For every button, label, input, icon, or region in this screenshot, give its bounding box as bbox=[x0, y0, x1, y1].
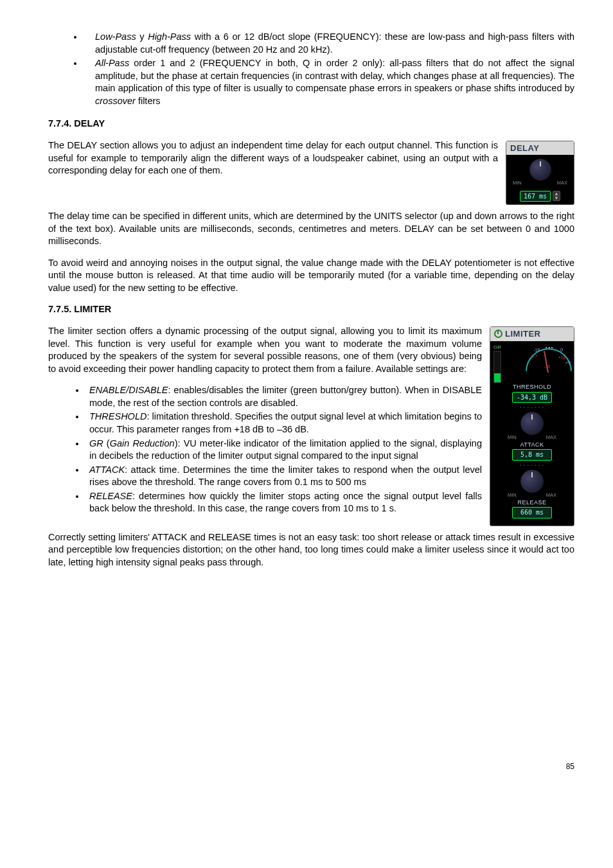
italic-term: crossover bbox=[95, 96, 136, 106]
setting-name: THRESHOLD bbox=[89, 411, 147, 421]
min-label: MIN bbox=[508, 492, 517, 499]
delay-knob[interactable] bbox=[529, 159, 551, 181]
attack-value[interactable]: 5,8 ms bbox=[512, 449, 552, 461]
delay-value[interactable]: 167 ms bbox=[520, 191, 551, 202]
gr-label: GR bbox=[493, 344, 501, 351]
text: order 1 and 2 (FREQUENCY in both, Q in o… bbox=[95, 58, 574, 93]
filter-type-list: Low-Pass y High-Pass with a 6 or 12 dB/o… bbox=[48, 31, 574, 107]
min-label: MIN bbox=[508, 434, 517, 441]
gauge-tick: -27 bbox=[531, 353, 537, 359]
limiter-panel: LIMITER GR -18 • • • 0 +9 -27 -36 bbox=[490, 326, 574, 526]
delay-paragraph-1: The DELAY section allows you to adjust a… bbox=[48, 139, 574, 177]
min-label: MIN bbox=[513, 180, 522, 186]
attack-knob[interactable] bbox=[520, 412, 544, 435]
setting-name: RELEASE bbox=[89, 491, 132, 501]
filter-name: All-Pass bbox=[95, 58, 129, 68]
text: filters bbox=[136, 96, 161, 106]
list-item: All-Pass order 1 and 2 (FREQUENCY in bot… bbox=[84, 57, 574, 107]
threshold-label: THRESHOLD bbox=[493, 383, 571, 391]
limiter-closing: Correctly setting limiters' ATTACK and R… bbox=[48, 531, 574, 569]
text: : determines how quickly the limiter sto… bbox=[89, 491, 482, 514]
release-label: RELEASE bbox=[493, 499, 571, 506]
text: : attack time. Determines the time the l… bbox=[89, 465, 482, 488]
spinner-down-icon[interactable]: ▼ bbox=[553, 196, 560, 200]
gauge-tick: -18 bbox=[533, 347, 540, 353]
max-label: MAX bbox=[546, 492, 556, 499]
text: : limitation threshold. Specifies the ou… bbox=[89, 411, 482, 434]
page-number: 85 bbox=[48, 761, 574, 772]
attack-label: ATTACK bbox=[493, 441, 571, 448]
release-knob[interactable] bbox=[520, 470, 544, 493]
setting-name: GR bbox=[89, 438, 103, 448]
section-heading-limiter: 7.7.5. LIMITER bbox=[48, 303, 574, 316]
filter-name: High-Pass bbox=[148, 31, 191, 42]
gauge-tick: +9 bbox=[565, 360, 571, 366]
gauge-tick: +18 bbox=[558, 355, 565, 360]
delay-panel: DELAY MIN MAX 167 ms ▲ ▼ bbox=[506, 141, 574, 205]
list-item: Low-Pass y High-Pass with a 6 or 12 dB/o… bbox=[84, 31, 574, 56]
max-label: MAX bbox=[557, 180, 567, 186]
units-spinner[interactable]: ▲ ▼ bbox=[553, 191, 560, 201]
delay-paragraph-3: To avoid weird and annoying noises in th… bbox=[48, 257, 574, 295]
setting-name: ATTACK bbox=[89, 465, 125, 475]
max-label: MAX bbox=[546, 434, 556, 441]
text: ( bbox=[103, 438, 110, 448]
setting-expansion: Gain Reduction bbox=[110, 438, 175, 448]
threshold-value[interactable]: -34,3 dB bbox=[512, 392, 552, 403]
threshold-gauge: -18 • • • 0 +9 -27 -36 +18 bbox=[524, 344, 571, 374]
delay-paragraph-2: The delay time can be specified in diffe… bbox=[48, 210, 574, 248]
power-icon[interactable] bbox=[494, 330, 502, 338]
text: y bbox=[136, 31, 148, 42]
setting-name: ENABLE/DISABLE bbox=[89, 385, 168, 395]
knob-range-labels: MIN MAX bbox=[509, 180, 571, 186]
delay-knob-area: MIN MAX bbox=[506, 155, 574, 189]
delay-panel-title: DELAY bbox=[506, 141, 574, 155]
limiter-panel-title: LIMITER bbox=[505, 328, 541, 340]
section-heading-delay: 7.7.4. DELAY bbox=[48, 118, 574, 130]
filter-name: Low-Pass bbox=[95, 31, 136, 42]
gr-meter bbox=[493, 351, 501, 383]
gauge-tick: 0 bbox=[560, 347, 563, 353]
release-value[interactable]: 660 ms bbox=[512, 507, 552, 518]
